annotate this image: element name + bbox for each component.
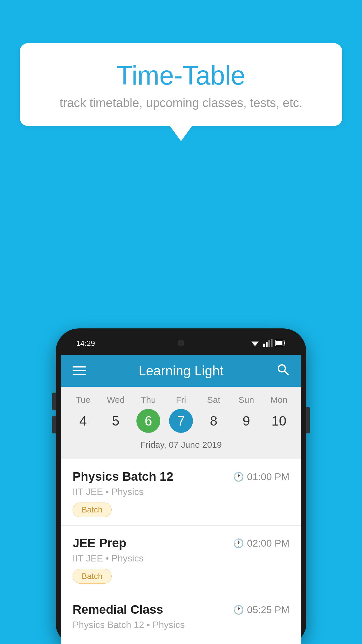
phone-frame: 14:29 <box>56 328 306 644</box>
phone-screen: Learning Light Tue4Wed5Thu6Fri7Sat8Sun9M… <box>61 355 301 644</box>
calendar-day-cell[interactable]: Sun9 <box>230 395 262 433</box>
battery-icon <box>275 340 286 346</box>
volume-up-button <box>52 393 56 410</box>
clock-icon: 🕐 <box>233 472 244 482</box>
schedule-time: 🕐 01:00 PM <box>233 471 289 482</box>
svg-rect-4 <box>268 340 270 347</box>
schedule-item-header: Remedial Class 🕐 05:25 PM <box>73 603 289 617</box>
calendar-day-cell[interactable]: Tue4 <box>67 395 99 433</box>
calendar-strip: Tue4Wed5Thu6Fri7Sat8Sun9Mon10 Friday, 07… <box>61 387 301 459</box>
status-icons <box>250 338 286 347</box>
schedule-time-value: 05:25 PM <box>247 604 289 615</box>
calendar-day-cell[interactable]: Thu6 <box>132 395 164 433</box>
svg-rect-5 <box>271 339 273 347</box>
camera-dot <box>178 340 184 346</box>
bubble-subtitle: track timetable, upcoming classes, tests… <box>34 96 328 110</box>
day-name-label: Wed <box>107 395 124 405</box>
svg-rect-2 <box>263 344 265 347</box>
batch-tag: Batch <box>73 569 112 584</box>
schedule-title: Physics Batch 12 <box>73 470 173 484</box>
selected-date-label: Friday, 07 June 2019 <box>61 437 301 455</box>
status-time: 14:29 <box>76 338 95 348</box>
bubble-title: Time-Table <box>34 61 328 91</box>
search-button[interactable] <box>276 363 289 379</box>
volume-down-button <box>52 416 56 433</box>
schedule-item-header: Physics Batch 12 🕐 01:00 PM <box>73 470 289 484</box>
svg-marker-1 <box>251 341 259 347</box>
day-name-label: Mon <box>270 395 287 405</box>
hamburger-menu-button[interactable] <box>73 366 86 375</box>
day-number-label: 8 <box>202 409 226 433</box>
calendar-day-cell[interactable]: Wed5 <box>100 395 132 433</box>
day-name-label: Tue <box>76 395 91 405</box>
schedule-item[interactable]: Physics Batch 12 🕐 01:00 PM IIT JEE • Ph… <box>61 459 301 526</box>
speech-bubble: Time-Table track timetable, upcoming cla… <box>20 43 342 126</box>
phone-wrapper: 14:29 <box>56 328 306 644</box>
day-number-label: 9 <box>234 409 258 433</box>
power-button <box>306 407 310 433</box>
day-name-label: Thu <box>141 395 156 405</box>
app-bar: Learning Light <box>61 355 301 387</box>
signal-icon <box>263 339 273 347</box>
schedule-subtitle: Physics Batch 12 • Physics <box>73 620 289 630</box>
day-name-label: Sat <box>207 395 220 405</box>
schedule-subtitle: IIT JEE • Physics <box>73 487 289 497</box>
day-number-label: 4 <box>71 409 95 433</box>
schedule-title: Remedial Class <box>73 603 163 617</box>
calendar-day-cell[interactable]: Fri7 <box>165 395 197 433</box>
day-number-label: 5 <box>104 409 128 433</box>
svg-rect-7 <box>276 341 282 345</box>
day-number-label: 7 <box>169 409 193 433</box>
schedule-title: JEE Prep <box>73 536 126 550</box>
day-name-label: Fri <box>176 395 186 405</box>
day-row: Tue4Wed5Thu6Fri7Sat8Sun9Mon10 <box>61 395 301 433</box>
calendar-day-cell[interactable]: Mon10 <box>263 395 295 433</box>
speech-bubble-container: Time-Table track timetable, upcoming cla… <box>20 43 342 141</box>
schedule-time-value: 02:00 PM <box>247 538 289 549</box>
schedule-item-header: JEE Prep 🕐 02:00 PM <box>73 536 289 550</box>
day-number-label: 10 <box>267 409 291 433</box>
app-bar-title: Learning Light <box>138 363 224 379</box>
day-name-label: Sun <box>238 395 254 405</box>
wifi-icon <box>250 339 260 347</box>
schedule-item[interactable]: Remedial Class 🕐 05:25 PM Physics Batch … <box>61 592 301 644</box>
schedule-item[interactable]: JEE Prep 🕐 02:00 PM IIT JEE • Physics Ba… <box>61 526 301 592</box>
schedule-list: Physics Batch 12 🕐 01:00 PM IIT JEE • Ph… <box>61 459 301 644</box>
clock-icon: 🕐 <box>233 538 244 548</box>
schedule-subtitle: IIT JEE • Physics <box>73 553 289 564</box>
phone-top-bar: 14:29 <box>61 334 301 355</box>
schedule-time: 🕐 05:25 PM <box>233 604 289 615</box>
schedule-time-value: 01:00 PM <box>247 471 289 482</box>
svg-rect-8 <box>284 342 285 344</box>
day-number-label: 6 <box>136 409 160 433</box>
schedule-time: 🕐 02:00 PM <box>233 538 289 549</box>
svg-rect-3 <box>266 342 268 347</box>
calendar-day-cell[interactable]: Sat8 <box>198 395 230 433</box>
clock-icon: 🕐 <box>233 605 244 615</box>
svg-line-10 <box>284 371 288 375</box>
speech-bubble-arrow <box>170 126 192 141</box>
batch-tag: Batch <box>73 503 112 517</box>
phone-notch <box>152 334 210 352</box>
